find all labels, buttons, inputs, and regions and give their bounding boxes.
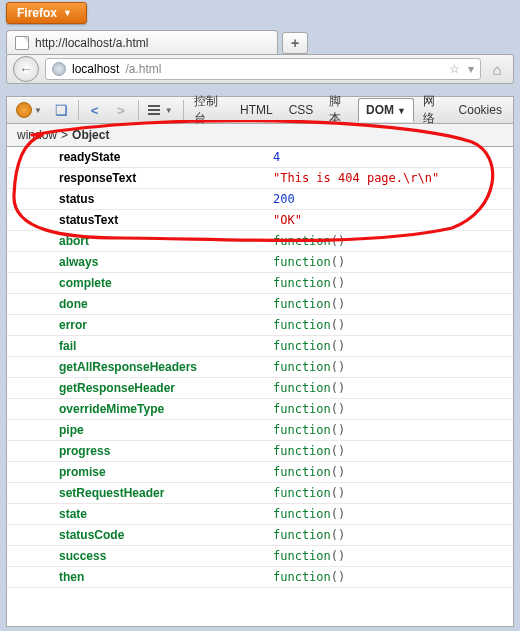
separator [138, 100, 139, 120]
firefox-menu-button[interactable]: Firefox ▼ [6, 2, 87, 24]
home-button[interactable]: ⌂ [487, 59, 507, 79]
chevron-down-icon: ▼ [397, 106, 406, 116]
bookmark-star-icon[interactable]: ☆ [449, 62, 460, 76]
property-value: function() [269, 336, 513, 356]
property-key: always [7, 252, 269, 272]
property-row[interactable]: pipefunction() [7, 420, 513, 441]
history-forward[interactable]: > [109, 100, 134, 121]
property-value: function() [269, 378, 513, 398]
firebug-icon[interactable]: ▼ [11, 99, 48, 121]
property-value: function() [269, 483, 513, 503]
property-row[interactable]: setRequestHeaderfunction() [7, 483, 513, 504]
dom-breadcrumb: window > Object [6, 124, 514, 146]
tab-cookies[interactable]: Cookies [452, 99, 509, 121]
property-value: "OK" [269, 210, 513, 230]
property-row[interactable]: failfunction() [7, 336, 513, 357]
tab-dom[interactable]: DOM▼ [358, 98, 414, 122]
firefox-menu-label: Firefox [17, 6, 57, 20]
property-row[interactable]: getAllResponseHeadersfunction() [7, 357, 513, 378]
crumb-window[interactable]: window [17, 128, 57, 142]
property-row[interactable]: completefunction() [7, 273, 513, 294]
property-key: fail [7, 336, 269, 356]
property-key: promise [7, 462, 269, 482]
property-row[interactable]: errorfunction() [7, 315, 513, 336]
property-value: function() [269, 294, 513, 314]
history-back[interactable]: < [83, 100, 108, 121]
chevron-left-icon: < [88, 103, 102, 118]
property-key: overrideMimeType [7, 399, 269, 419]
property-key: pipe [7, 420, 269, 440]
property-row[interactable]: status200 [7, 189, 513, 210]
property-key: responseText [7, 168, 269, 188]
back-button[interactable]: ← [13, 56, 39, 82]
property-key: error [7, 315, 269, 335]
property-row[interactable]: promisefunction() [7, 462, 513, 483]
page-icon [15, 36, 29, 50]
property-row[interactable]: readyState4 [7, 147, 513, 168]
bug-icon [16, 102, 32, 118]
tab-html[interactable]: HTML [233, 99, 280, 121]
crumb-sep: > [61, 128, 68, 142]
property-key: complete [7, 273, 269, 293]
property-value: function() [269, 441, 513, 461]
property-key: abort [7, 231, 269, 251]
chevron-right-icon: > [114, 103, 128, 118]
property-key: status [7, 189, 269, 209]
crumb-object[interactable]: Object [72, 128, 109, 142]
navigation-toolbar: ← localhost/a.html ☆ ▾ ⌂ [6, 54, 514, 84]
property-row[interactable]: alwaysfunction() [7, 252, 513, 273]
property-value: function() [269, 420, 513, 440]
property-row[interactable]: thenfunction() [7, 567, 513, 588]
chevron-down-icon: ▼ [63, 8, 72, 18]
property-row[interactable]: donefunction() [7, 294, 513, 315]
firebug-toolbar: ▼ ❏ < > ▼ 控制台 HTML CSS 脚本 DOM▼ 网络 Cookie… [6, 96, 514, 124]
property-row[interactable]: responseText"This is 404 page.\r\n" [7, 168, 513, 189]
tab-title: http://localhost/a.html [35, 36, 148, 50]
dom-property-panel[interactable]: readyState4responseText"This is 404 page… [6, 146, 514, 627]
dropdown-icon[interactable]: ▾ [468, 62, 474, 76]
property-value: 200 [269, 189, 513, 209]
property-row[interactable]: statusText"OK" [7, 210, 513, 231]
property-value: function() [269, 399, 513, 419]
property-value: function() [269, 567, 513, 587]
property-key: readyState [7, 147, 269, 167]
property-value: function() [269, 315, 513, 335]
property-row[interactable]: successfunction() [7, 546, 513, 567]
tab-css[interactable]: CSS [282, 99, 321, 121]
property-value: function() [269, 357, 513, 377]
property-value: function() [269, 231, 513, 251]
property-value: function() [269, 462, 513, 482]
property-row[interactable]: statefunction() [7, 504, 513, 525]
property-key: progress [7, 441, 269, 461]
inspect-icon: ❏ [55, 102, 68, 118]
arrow-left-icon: ← [19, 61, 33, 77]
new-tab-button[interactable]: + [282, 32, 308, 54]
property-row[interactable]: abortfunction() [7, 231, 513, 252]
property-value: function() [269, 525, 513, 545]
property-key: then [7, 567, 269, 587]
separator [78, 100, 79, 120]
property-key: statusText [7, 210, 269, 230]
property-row[interactable]: getResponseHeaderfunction() [7, 378, 513, 399]
property-row[interactable]: overrideMimeTypefunction() [7, 399, 513, 420]
tab-dom-label: DOM [366, 103, 394, 117]
browser-tab[interactable]: http://localhost/a.html [6, 30, 278, 54]
inspect-button[interactable]: ❏ [50, 99, 74, 121]
property-value: function() [269, 252, 513, 272]
property-value: function() [269, 546, 513, 566]
tab-bar: http://localhost/a.html + [6, 28, 514, 54]
property-key: done [7, 294, 269, 314]
property-value: "This is 404 page.\r\n" [269, 168, 513, 188]
url-path: /a.html [125, 62, 161, 76]
property-key: getResponseHeader [7, 378, 269, 398]
url-host: localhost [72, 62, 119, 76]
property-key: getAllResponseHeaders [7, 357, 269, 377]
property-row[interactable]: progressfunction() [7, 441, 513, 462]
property-row[interactable]: statusCodefunction() [7, 525, 513, 546]
property-value: 4 [269, 147, 513, 167]
panel-options[interactable]: ▼ [143, 102, 179, 118]
url-input[interactable]: localhost/a.html ☆ ▾ [45, 58, 481, 80]
property-key: statusCode [7, 525, 269, 545]
property-key: state [7, 504, 269, 524]
property-key: success [7, 546, 269, 566]
